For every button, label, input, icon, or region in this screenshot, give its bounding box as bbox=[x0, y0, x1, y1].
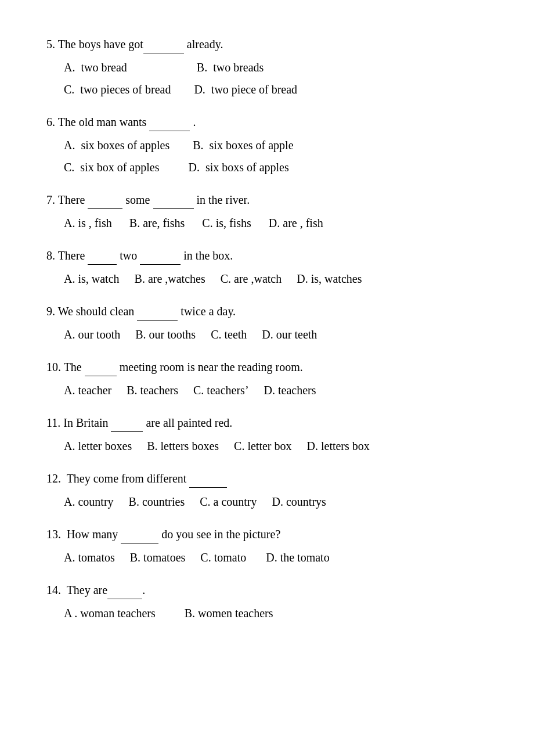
q10-optC: C. teachers’ bbox=[193, 381, 249, 399]
q5-options-row2: C. two pieces of bread D. two piece of b… bbox=[64, 80, 488, 99]
q10-blank bbox=[85, 376, 117, 376]
question-5: 5. The boys have got already. A. two bre… bbox=[46, 35, 488, 99]
q7-optA: A. is , fish bbox=[64, 214, 112, 232]
q5-stem: 5. The boys have got already. bbox=[46, 35, 488, 53]
q9-optA: A. our tooth bbox=[64, 325, 120, 344]
q14-options-row1: A . woman teachers B. women teachers bbox=[64, 604, 488, 622]
q12-stem: 12. They come from different bbox=[46, 469, 488, 488]
q5-optB: B. two breads bbox=[197, 58, 264, 77]
q11-stem: 11. In Britain are all painted red. bbox=[46, 413, 488, 432]
q9-optC: C. teeth bbox=[211, 325, 247, 344]
q8-optA: A. is, watch bbox=[64, 269, 120, 288]
q7-optD: D. are , fish bbox=[269, 214, 323, 232]
q5-optD: D. two piece of bread bbox=[194, 80, 297, 99]
question-7: 7. There some in the river. A. is , fish… bbox=[46, 190, 488, 232]
q8-stem: 8. There two in the box. bbox=[46, 246, 488, 265]
q7-optC: C. is, fishs bbox=[202, 214, 251, 232]
q12-optD: D. countrys bbox=[272, 492, 326, 511]
q14-optB: B. women teachers bbox=[185, 604, 273, 622]
q5-optA: A. two bread bbox=[64, 58, 127, 77]
q6-stem: 6. The old man wants . bbox=[46, 113, 488, 131]
q9-optD: D. our teeth bbox=[262, 325, 317, 344]
q7-blank1 bbox=[88, 208, 122, 209]
question-14: 14. They are. A . woman teachers B. wome… bbox=[46, 581, 488, 622]
q7-optB: B. are, fishs bbox=[129, 214, 185, 232]
q8-blank2 bbox=[140, 264, 181, 265]
q14-blank bbox=[107, 599, 142, 599]
q6-options-row1: A. six boxes of apples B. six boxes of a… bbox=[64, 136, 488, 154]
q12-optA: A. country bbox=[64, 492, 114, 511]
q9-stem: 9. We should clean twice a day. bbox=[46, 302, 488, 321]
question-11: 11. In Britain are all painted red. A. l… bbox=[46, 413, 488, 455]
q6-optD: D. six boxs of apples bbox=[188, 158, 288, 177]
question-8: 8. There two in the box. A. is, watch B.… bbox=[46, 246, 488, 288]
q9-blank bbox=[137, 320, 178, 321]
question-6: 6. The old man wants . A. six boxes of a… bbox=[46, 113, 488, 177]
q12-blank bbox=[189, 487, 227, 488]
q10-optD: D. teachers bbox=[264, 381, 316, 399]
question-9: 9. We should clean twice a day. A. our t… bbox=[46, 302, 488, 344]
question-13: 13. How many do you see in the picture? … bbox=[46, 525, 488, 567]
q8-optB: B. are ,watches bbox=[135, 269, 205, 288]
q11-options-row1: A. letter boxes B. letters boxes C. lett… bbox=[64, 437, 488, 455]
q6-optB: B. six boxes of apple bbox=[193, 136, 293, 154]
q13-optC: C. tomato bbox=[200, 548, 246, 567]
q10-optA: A. teacher bbox=[64, 381, 111, 399]
q13-optD: D. the tomato bbox=[266, 548, 329, 567]
q10-options-row1: A. teacher B. teachers C. teachers’ D. t… bbox=[64, 381, 488, 399]
q11-optC: C. letter box bbox=[234, 437, 291, 455]
q11-optA: A. letter boxes bbox=[64, 437, 132, 455]
q7-blank2 bbox=[153, 208, 194, 209]
q7-stem: 7. There some in the river. bbox=[46, 190, 488, 209]
q8-optC: C. are ,watch bbox=[221, 269, 282, 288]
q14-stem: 14. They are. bbox=[46, 581, 488, 599]
q14-optA: A . woman teachers bbox=[64, 604, 156, 622]
q8-options-row1: A. is, watch B. are ,watches C. are ,wat… bbox=[64, 269, 488, 288]
q7-options-row1: A. is , fish B. are, fishs C. is, fishs … bbox=[64, 214, 488, 232]
q8-blank1 bbox=[88, 264, 117, 265]
q6-optC: C. six box of apples bbox=[64, 158, 159, 177]
q10-optB: B. teachers bbox=[127, 381, 178, 399]
q13-blank bbox=[121, 543, 158, 543]
q9-optB: B. our tooths bbox=[135, 325, 196, 344]
question-12: 12. They come from different A. country … bbox=[46, 469, 488, 511]
q13-optA: A. tomatos bbox=[64, 548, 115, 567]
q6-options-row2: C. six box of apples D. six boxs of appl… bbox=[64, 158, 488, 177]
q10-stem: 10. The meeting room is near the reading… bbox=[46, 358, 488, 376]
q8-optD: D. is, watches bbox=[297, 269, 362, 288]
q12-optB: B. countries bbox=[129, 492, 185, 511]
q12-optC: C. a country bbox=[200, 492, 257, 511]
question-10: 10. The meeting room is near the reading… bbox=[46, 358, 488, 399]
q11-optB: B. letters boxes bbox=[147, 437, 219, 455]
q11-blank bbox=[111, 431, 143, 432]
q6-blank bbox=[149, 131, 190, 131]
q5-options-row1: A. two bread B. two breads bbox=[64, 58, 488, 77]
q13-stem: 13. How many do you see in the picture? bbox=[46, 525, 488, 543]
q11-optD: D. letters box bbox=[307, 437, 370, 455]
q5-optC: C. two pieces of bread bbox=[64, 80, 171, 99]
q12-options-row1: A. country B. countries C. a country D. … bbox=[64, 492, 488, 511]
q5-blank bbox=[143, 53, 184, 53]
q13-optB: B. tomatoes bbox=[130, 548, 186, 567]
q9-options-row1: A. our tooth B. our tooths C. teeth D. o… bbox=[64, 325, 488, 344]
q13-options-row1: A. tomatos B. tomatoes C. tomato D. the … bbox=[64, 548, 488, 567]
q6-optA: A. six boxes of apples bbox=[64, 136, 169, 154]
